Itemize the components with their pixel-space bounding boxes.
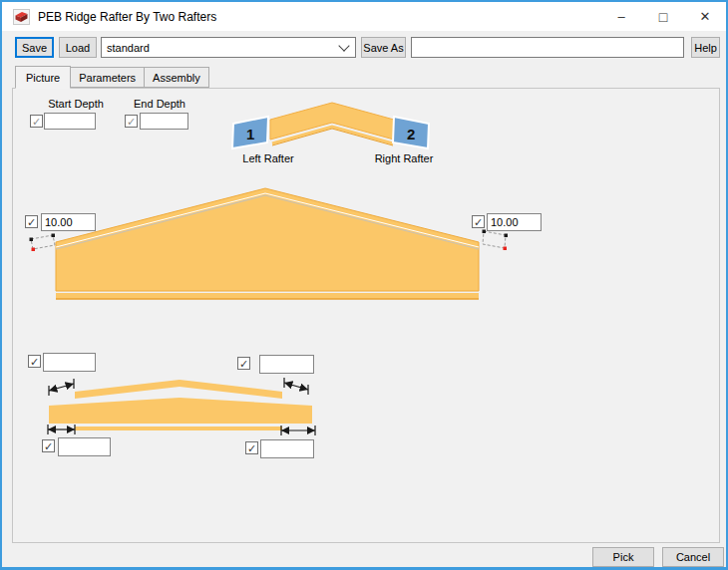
ridge-chevron-shape [270, 103, 394, 140]
app-icon[interactable] [13, 9, 30, 25]
main-left-checkbox[interactable]: ✓ [25, 215, 38, 228]
window-controls: – □ ✕ [600, 2, 726, 31]
rafter-bottom-flange [56, 293, 479, 299]
offset-top-left-input[interactable] [43, 353, 96, 372]
offset-top-left-checkbox[interactable]: ✓ [28, 355, 41, 368]
save-as-button[interactable]: Save As [361, 37, 406, 58]
chevron-down-icon [338, 40, 349, 51]
offset-top-flange [75, 380, 282, 399]
save-button[interactable]: Save [15, 37, 54, 58]
check-icon: ✓ [32, 117, 41, 127]
rafter-body-shape [56, 188, 479, 291]
offset-top-right-checkbox[interactable]: ✓ [237, 357, 250, 370]
pick-button[interactable]: Pick [592, 547, 654, 567]
save-as-input[interactable] [411, 37, 684, 58]
left-rafter-number: 1 [246, 126, 254, 142]
window-title: PEB Ridge Rafter By Two Rafters [38, 10, 216, 24]
right-rafter-label: Right Rafter [372, 152, 436, 164]
maximize-icon[interactable]: □ [642, 2, 684, 31]
cancel-button[interactable]: Cancel [662, 547, 724, 567]
top-left-dimension-arrow [49, 379, 74, 396]
end-depth-checkbox[interactable]: ✓ [125, 115, 138, 128]
offsets-drawing [43, 373, 332, 447]
offset-top-right-input[interactable] [259, 355, 314, 374]
end-depth-input[interactable] [140, 113, 188, 130]
check-icon: ✓ [247, 443, 256, 453]
help-button[interactable]: Help [691, 37, 720, 58]
main-rafter-drawing [13, 183, 542, 305]
dialog-window: PEB Ridge Rafter By Two Rafters – □ ✕ Sa… [0, 0, 728, 570]
offset-bottom-right-input[interactable] [260, 439, 314, 458]
check-icon: ✓ [239, 359, 248, 369]
close-icon[interactable]: ✕ [684, 2, 726, 31]
check-icon: ✓ [474, 217, 483, 227]
tab-strip: Picture Parameters Assembly [15, 66, 208, 88]
right-rafter-number: 2 [407, 126, 415, 142]
preset-value: standard [107, 42, 150, 54]
main-right-input[interactable] [487, 213, 542, 231]
offset-bottom-flange [75, 427, 282, 430]
tab-picture[interactable]: Picture [15, 66, 71, 89]
start-depth-label: Start Depth [36, 98, 116, 110]
bottom-left-dimension-arrow [48, 425, 75, 434]
main-left-input[interactable] [41, 213, 96, 231]
check-icon: ✓ [127, 117, 136, 127]
minimize-icon[interactable]: – [600, 2, 642, 31]
offset-bottom-left-checkbox[interactable]: ✓ [42, 439, 55, 452]
start-depth-checkbox[interactable]: ✓ [30, 115, 43, 128]
offset-bottom-right-checkbox[interactable]: ✓ [245, 441, 258, 454]
picture-tab-panel: Start Depth ✓ End Depth ✓ 1 2 Left Rafte… [12, 88, 720, 543]
check-icon: ✓ [44, 441, 53, 451]
preset-combobox[interactable]: standard [101, 37, 356, 58]
check-icon: ✓ [30, 357, 39, 367]
right-pick-marker [483, 230, 509, 251]
end-depth-label: End Depth [127, 98, 192, 110]
check-icon: ✓ [27, 217, 36, 227]
left-rafter-label: Left Rafter [239, 152, 297, 164]
top-right-dimension-arrow [284, 378, 308, 395]
offset-body-shape [49, 398, 312, 424]
offset-bottom-left-input[interactable] [58, 437, 111, 456]
bottom-right-dimension-arrow [281, 426, 315, 435]
title-bar: PEB Ridge Rafter By Two Rafters – □ ✕ [2, 2, 726, 31]
right-pick-point-red-dot [504, 247, 508, 251]
left-pick-marker [30, 234, 56, 252]
start-depth-input[interactable] [44, 113, 96, 130]
load-button[interactable]: Load [59, 37, 97, 58]
tab-assembly[interactable]: Assembly [144, 67, 209, 88]
main-right-checkbox[interactable]: ✓ [472, 215, 485, 228]
rafter-pair-diagram: 1 2 [222, 95, 442, 152]
tab-parameters[interactable]: Parameters [70, 67, 145, 88]
left-pick-point-red-dot [32, 248, 36, 252]
